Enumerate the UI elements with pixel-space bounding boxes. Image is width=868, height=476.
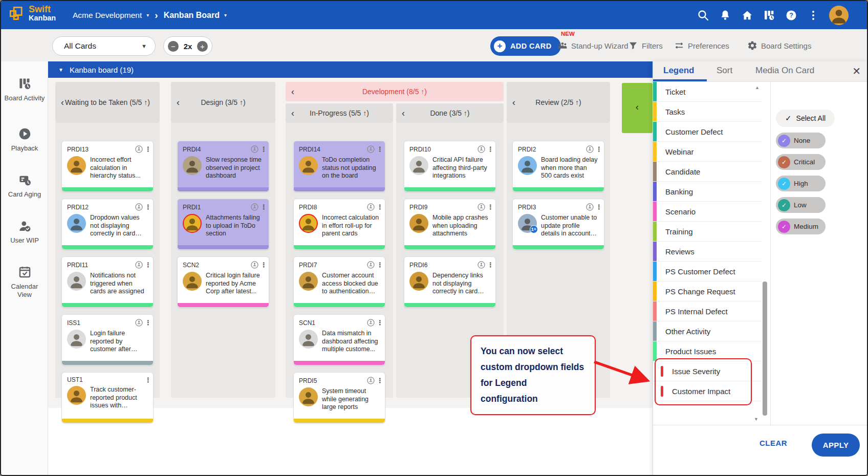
card-menu-icon[interactable]: ⋮ [261,146,266,153]
kanban-card[interactable]: PRDI5 ⋮ [293,372,385,423]
collapse-column-icon[interactable]: ‹ [291,109,294,118]
tab-legend[interactable]: Legend [663,66,694,76]
collapse-column-icon[interactable]: ‹ [177,98,180,107]
collapse-column-icon[interactable]: ‹ [402,109,405,118]
card-menu-icon[interactable]: ⋮ [377,262,382,268]
close-icon[interactable]: ✕ [852,65,861,77]
legend-item[interactable]: Candidate [653,162,762,182]
clear-button[interactable]: CLEAR [760,439,787,447]
card-filter-select[interactable]: All Cards ▼ [52,36,156,56]
help-icon[interactable]: ? [785,9,797,21]
legend-item[interactable]: Training [653,222,762,242]
kanban-card[interactable]: PRDI2 ⋮ Board loading delay when [512,141,604,192]
kanban-card[interactable]: PRDI1 ⋮ Attachments failing to up [177,199,269,250]
search-icon[interactable] [697,9,709,21]
legend-item[interactable]: Scenario [653,202,762,222]
kanban-card[interactable]: PRDI3 ⋮ 1+ Customer unable to upda [512,199,604,250]
tab-media-on-card[interactable]: Media On Card [755,66,814,76]
card-menu-icon[interactable]: ⋮ [487,204,492,210]
kanban-card[interactable]: ISS1 ⋮ Login failure reported by [61,314,154,365]
legend-filter-pill[interactable]: ✓ Low [776,197,826,213]
legend-item[interactable]: Other Activity [653,321,762,341]
kanban-card[interactable]: SCN2 ⋮ Critical login failure rep [177,256,269,308]
card-menu-icon[interactable]: ⋮ [377,204,382,210]
kanban-card[interactable]: PRDI13 ⋮ Incorrect effort calcula [61,141,154,192]
collapsed-column[interactable]: ‹ [622,83,653,133]
sidebar-item-board-activity[interactable]: Board Activity [1,77,48,102]
legend-item[interactable]: Product Issues [653,341,762,361]
collapse-column-icon[interactable]: ‹ [512,98,515,107]
zoom-in-button[interactable]: + [197,41,208,52]
user-avatar[interactable] [829,6,849,25]
collapse-board-icon[interactable]: ▼ [58,67,63,73]
notifications-icon[interactable] [719,9,731,21]
legend-item[interactable]: PS Customer Defect [653,262,762,282]
sidebar-item-card-aging[interactable]: Card Aging [1,173,48,199]
card-menu-icon[interactable]: ⋮ [145,319,150,326]
tab-sort[interactable]: Sort [717,66,732,76]
kanban-card[interactable]: PRDI9 ⋮ [404,199,496,250]
collapse-column-icon[interactable]: ‹ [291,87,294,96]
board-selector[interactable]: Kanban Board [164,11,220,20]
legend-item[interactable]: Banking [653,182,762,202]
card-menu-icon[interactable]: ⋮ [377,319,382,326]
card-menu-icon[interactable]: ⋮ [145,146,150,153]
project-dropdown-icon[interactable]: ▾ [146,12,149,18]
legend-item[interactable]: Customer Impact [653,381,762,401]
kanban-card[interactable]: PRDI11 ⋮ Notifications not trigge [61,256,154,308]
home-icon[interactable] [741,9,753,21]
collapse-column-icon[interactable]: ‹ [61,98,64,107]
legend-filter-pill[interactable]: ✓ None [776,133,826,148]
legend-item[interactable]: Customer Defect [653,122,762,142]
card-menu-icon[interactable]: ⋮ [261,262,266,268]
legend-scrollbar[interactable] [763,282,767,416]
card-menu-icon[interactable]: ⋮ [145,262,150,268]
card-menu-icon[interactable]: ⋮ [145,377,150,383]
filters-button[interactable]: Filters [628,40,663,51]
scroll-down-icon[interactable]: ▼ [754,417,758,422]
add-card-button[interactable]: + ADD CARD [490,36,561,56]
board-dropdown-icon[interactable]: ▾ [224,12,227,18]
card-menu-icon[interactable]: ⋮ [596,204,601,210]
card-menu-icon[interactable]: ⋮ [261,204,266,210]
app-logo[interactable]: Swift Kanban [9,5,56,22]
legend-filter-pill[interactable]: ✓ Medium [776,219,826,234]
card-menu-icon[interactable]: ⋮ [487,146,492,153]
legend-item[interactable]: Tasks [653,102,762,122]
card-menu-icon[interactable]: ⋮ [596,146,601,153]
preferences-button[interactable]: Preferences [674,40,729,51]
standup-wizard-button[interactable]: Stand-up Wizard [557,40,628,51]
kanban-card[interactable]: PRDI14 ⋮ [293,141,385,192]
card-menu-icon[interactable]: ⋮ [487,262,492,268]
more-menu-icon[interactable] [807,9,819,21]
kanban-card[interactable]: PRDI6 ⋮ [404,256,496,308]
legend-item[interactable]: Issue Severity [653,361,762,381]
legend-item[interactable]: PS Internal Defect [653,301,762,321]
project-selector[interactable]: Acme Development [73,11,142,20]
kanban-card[interactable]: PRDI12 ⋮ Dropdown values not disp [61,199,154,250]
legend-item[interactable]: Webinar [653,142,762,162]
sidebar-item-calendar-view[interactable]: Calendar View [1,265,48,299]
select-all-button[interactable]: ✓ Select All [776,110,835,127]
card-menu-icon[interactable]: ⋮ [145,204,150,210]
card-menu-icon[interactable]: ⋮ [377,377,382,384]
zoom-out-button[interactable]: − [168,41,179,52]
legend-item[interactable]: PS Change Request [653,282,762,301]
scroll-up-icon[interactable]: ▲ [755,85,760,90]
kanban-card[interactable]: UST1 ⋮ Track customer-reported pr [61,372,154,423]
card-menu-icon[interactable]: ⋮ [377,146,382,153]
sidebar-item-playback[interactable]: Playback [1,127,48,153]
apply-button[interactable]: APPLY [812,434,860,457]
kanban-card[interactable]: PRDI8 ⋮ [293,199,385,250]
legend-filter-pill[interactable]: ✓ Critical [776,154,826,170]
kanban-card[interactable]: SCN1 ⋮ [293,314,385,365]
legend-item[interactable]: Ticket [653,82,762,102]
legend-item[interactable]: Reviews [653,242,762,262]
legend-filter-pill[interactable]: ✓ High [776,176,826,191]
sidebar-item-user-wip[interactable]: User WIP [1,219,48,245]
boards-icon[interactable] [763,9,775,21]
board-settings-button[interactable]: Board Settings [747,40,811,51]
kanban-card[interactable]: PRDI10 ⋮ [404,141,496,192]
kanban-card[interactable]: PRDI4 ⋮ Slow response time observ [177,141,269,192]
kanban-card[interactable]: PRDI7 ⋮ [293,256,385,308]
